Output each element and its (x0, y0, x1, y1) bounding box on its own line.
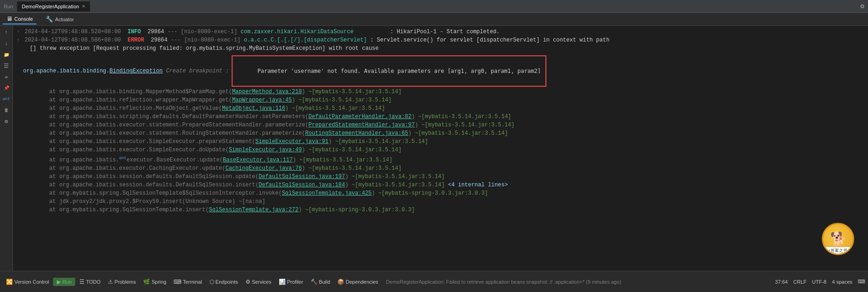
run-icon: ▶ (57, 279, 61, 285)
trash-button[interactable]: 🗑 (1, 105, 12, 115)
status-bar: 🔀 Version Control ▶ Run ☰ TODO ⚠ Problem… (0, 271, 868, 292)
stack-link-11[interactable]: DefaultSqlSession.java:197 (258, 173, 345, 180)
stack-link-2[interactable]: MapWrapper.java:45 (232, 97, 292, 103)
todo-button[interactable]: ☰ TODO (76, 277, 104, 286)
stack-link-9[interactable]: BaseExecutor.java:117 (223, 157, 293, 163)
pid-2: 29864 (148, 36, 171, 44)
error-message-text: Parameter 'username' not found. Availabl… (257, 68, 541, 74)
bottom-text-content: DemoRegisterApplication: Failed to retri… (386, 279, 622, 285)
stack-link-4[interactable]: DefaultParameterHandler.java:82 (309, 113, 412, 120)
stack-link-5[interactable]: PreparedStatementHandler.java:97 (309, 122, 415, 128)
jar-10: ) ~[mybatis-3.5.14.jar:3.5.14] (302, 165, 401, 172)
cursor-position: 37:64 (775, 279, 788, 285)
logger-1[interactable]: com.zaxxer.hikari.HikariDataSource (240, 28, 353, 36)
arrow-space-exc (17, 66, 23, 76)
line-ending[interactable]: CRLF (793, 279, 807, 285)
jar-15: ) ~[mybatis-spring-3.0.3.jar:3.0.3] (299, 207, 415, 213)
tab-close-icon[interactable]: ✕ (82, 4, 85, 9)
dependencies-icon: 📦 (337, 279, 344, 285)
stack-line-6: at org.apache.ibatis.executor.statement.… (13, 129, 868, 137)
profiler-button[interactable]: 📊 Profiler (275, 277, 306, 286)
jar-7: ) ~[mybatis-3.5.14.jar:3.5.14] (329, 138, 428, 145)
mascot-tooltip: 线条小狗陪你玩（答案之书） (822, 247, 854, 255)
exc-class-name[interactable]: BindingException (109, 66, 162, 76)
stack-link-10[interactable]: CachingExecutor.java:76 (225, 165, 302, 172)
stack-link-8[interactable]: SimpleExecutor.java:49 (229, 147, 302, 153)
stack-line-5: at org.apache.ibatis.executor.statement.… (13, 121, 868, 129)
endpoints-button[interactable]: ⬡ Endpoints (206, 277, 241, 286)
stack-link-15[interactable]: SqlSessionTemplate.java:272 (209, 207, 298, 213)
mascot: 🐕 线条小狗陪你玩（答案之书） (822, 223, 859, 260)
version-control-button[interactable]: 🔀 Version Control (3, 277, 52, 286)
console-icon: 🖥 (6, 15, 12, 22)
stack-line-9: at org.apache.ibatis.antexecutor.BaseExe… (13, 154, 868, 164)
pin-button[interactable]: 📌 (1, 83, 12, 93)
log-level-info-1: INFO (127, 28, 144, 36)
terminal-label: Terminal (183, 279, 202, 285)
msg-2: : Servlet.service() for servlet [dispatc… (367, 36, 610, 44)
dependencies-button[interactable]: 📦 Dependencies (334, 277, 381, 286)
side-toolbar: ↑ ↓ 📁 ☰ ⇌ 📌 ant 🗑 ⚙ (0, 26, 13, 271)
stack-link-12[interactable]: DefaultSqlSession.java:184 (258, 182, 345, 188)
stack-line-14: at jdk.proxy2/jdk.proxy2.$Proxy59.insert… (13, 197, 868, 206)
build-button[interactable]: 🔨 Build (307, 277, 333, 286)
services-button[interactable]: ⚙ Services (242, 277, 275, 286)
logger-2[interactable]: o.a.c.c.C.[.[.[/].[dispatcherServlet] (244, 36, 367, 44)
terminal-icon: ⌨ (174, 279, 181, 285)
run-label: Run: (4, 4, 14, 9)
jar-2: ) ~[mybatis-3.5.14.jar:3.5.14] (292, 97, 392, 103)
encoding[interactable]: UTF-8 (812, 279, 826, 285)
stack-line-10: at org.apache.ibatis.executor.CachingExe… (13, 164, 868, 173)
stack-line-15: at org.mybatis.spring.SqlSessionTemplate… (13, 206, 868, 214)
stack-link-13[interactable]: SqlSessionTemplate.java:425 (282, 190, 371, 197)
services-icon: ⚙ (245, 279, 251, 285)
jar-12: ) ~[mybatis-3.5.14.jar:3.5.14] (345, 182, 445, 188)
log-line-3: [] threw exception [Request processing f… (13, 44, 868, 53)
jar-4: ) ~[mybatis-3.5.14.jar:3.5.14] (412, 113, 511, 120)
jar-6: ) ~[mybatis-3.5.14.jar:3.5.14] (408, 130, 508, 137)
gear-side-button[interactable]: ⚙ (1, 116, 12, 126)
msg-3: [] threw exception [Request processing f… (23, 44, 379, 53)
thread-2: --- [nio-8080-exec-1] (171, 36, 244, 44)
services-label: Services (252, 279, 271, 285)
log-line-1: ↑ 2024-04-12T09:48:08.520+08:00 INFO 298… (13, 28, 868, 36)
actuator-tab[interactable]: 🔧 Actuator (42, 14, 78, 24)
app-tab[interactable]: DemoRegisterApplication ✕ (17, 1, 90, 12)
wrap-button[interactable]: ⇌ (1, 72, 12, 82)
folder-button[interactable]: 📁 (1, 50, 12, 60)
spring-button[interactable]: 🌿 Spring (140, 277, 169, 286)
stack-link-3[interactable]: MetaObject.java:116 (222, 105, 285, 112)
create-bp-text[interactable]: Create breakpoint : (162, 66, 229, 76)
stack-link-6[interactable]: RoutingStatementHandler.java:65 (305, 130, 408, 137)
settings-icon[interactable]: ⚙ (861, 2, 864, 10)
scroll-up-button[interactable]: ↑ (1, 28, 12, 38)
stack-link-1[interactable]: MapperMethod.java:210 (232, 89, 302, 95)
mascot-avatar: 🐕 线条小狗陪你玩（答案之书） (822, 223, 854, 255)
indent-setting[interactable]: 4 spaces (832, 279, 852, 285)
stack-link-7[interactable]: SimpleExecutor.java:91 (255, 138, 328, 145)
filter-button[interactable]: ☰ (1, 61, 12, 71)
ant-button[interactable]: ant (1, 94, 12, 104)
console-tab-label: Console (14, 16, 33, 22)
keyboard-icon: ⌨ (858, 279, 865, 285)
jar-3: ) ~[mybatis-3.5.14.jar:3.5.14] (285, 105, 385, 112)
scroll-down-button[interactable]: ↓ (1, 39, 12, 49)
stack-line-7: at org.apache.ibatis.executor.🔵SimpleExe… (13, 137, 868, 146)
exception-line: org.apache.ibatis.binding. BindingExcept… (13, 54, 868, 88)
run-label-btn: Run (62, 279, 72, 285)
timestamp-1: 2024-04-12T09:48:08.520+08:00 (24, 28, 127, 36)
jar-11: ) ~[mybatis-3.5.14.jar:3.5.14] (345, 173, 445, 180)
endpoints-icon: ⬡ (210, 279, 214, 285)
build-label: Build (319, 279, 330, 285)
log-level-error-2: ERROR (127, 36, 147, 44)
jar-5: ) ~[mybatis-3.5.14.jar:3.5.14] (415, 122, 515, 128)
stack-line-8: at org.apache.ibatis.executor.SimpleExec… (13, 146, 868, 154)
terminal-button[interactable]: ⌨ Terminal (170, 277, 205, 286)
console-tab[interactable]: 🖥 Console (3, 14, 36, 24)
arrow-space-3 (17, 44, 23, 53)
toolbar: 🖥 Console 🔧 Actuator (0, 13, 868, 26)
todo-label: TODO (86, 279, 101, 285)
problems-button[interactable]: ⚠ Problems (105, 277, 139, 286)
run-button[interactable]: ▶ Run (53, 278, 75, 286)
stack-line-1: at org.apache.ibatis.binding.MapperMetho… (13, 88, 868, 96)
